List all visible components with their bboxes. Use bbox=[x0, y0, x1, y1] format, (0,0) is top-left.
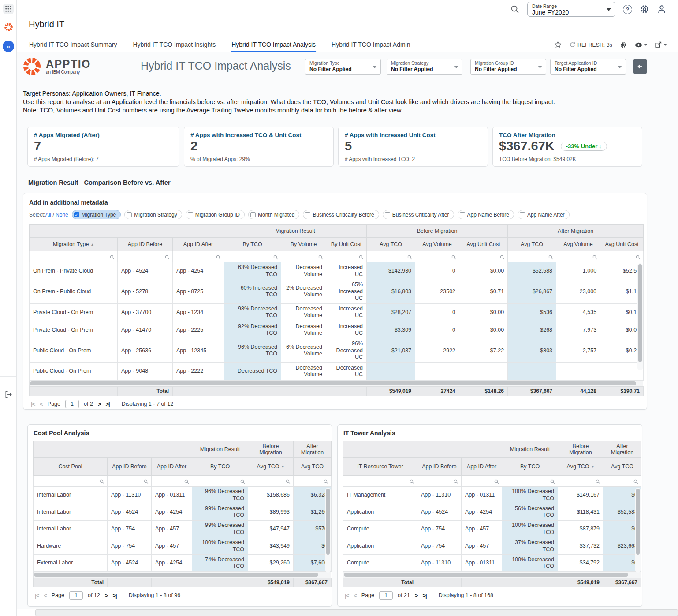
column-filter-input[interactable] bbox=[108, 476, 152, 487]
refresh-control[interactable]: REFRESH: 3s bbox=[569, 41, 612, 48]
horizontal-scrollbar[interactable] bbox=[343, 572, 641, 578]
logout-icon[interactable] bbox=[4, 390, 12, 399]
page-input[interactable] bbox=[65, 400, 79, 408]
column-header[interactable]: Migration Type▲ bbox=[30, 238, 118, 251]
column-header[interactable]: Avg Unit Cost bbox=[459, 238, 508, 251]
column-header[interactable]: App ID After bbox=[152, 458, 192, 476]
sidebar-expand-button[interactable]: » bbox=[3, 41, 14, 52]
tab-summary[interactable]: Hybrid IT TCO Impact Summary bbox=[29, 38, 117, 52]
column-header[interactable]: App ID After bbox=[462, 458, 502, 476]
first-page-button[interactable]: |< bbox=[345, 592, 349, 599]
column-header[interactable]: Avg TCO▼ bbox=[248, 458, 294, 476]
export-menu[interactable] bbox=[655, 41, 667, 49]
column-filter-input[interactable] bbox=[462, 476, 502, 487]
column-header[interactable]: App ID Before bbox=[417, 458, 462, 476]
column-filter-input[interactable] bbox=[118, 251, 173, 262]
apptio-logo-icon[interactable] bbox=[4, 22, 14, 32]
column-header[interactable]: By TCO bbox=[502, 458, 558, 476]
last-page-button[interactable]: >| bbox=[112, 592, 116, 599]
column-header[interactable]: Cost Pool bbox=[34, 458, 108, 476]
tab-admin[interactable]: Hybrid IT TCO Impact Admin bbox=[331, 38, 410, 52]
first-page-button[interactable]: |< bbox=[35, 592, 39, 599]
column-header[interactable]: Avg TCO bbox=[294, 458, 332, 476]
column-filter-input[interactable] bbox=[558, 476, 603, 487]
search-icon[interactable] bbox=[510, 5, 520, 14]
column-header[interactable]: App ID After bbox=[173, 238, 224, 251]
filter-target-application-id[interactable]: Target Application ID No Filter Applied bbox=[550, 59, 626, 75]
first-page-button[interactable]: |< bbox=[31, 401, 35, 407]
metadata-option-checkbox[interactable]: Migration Group ID bbox=[186, 210, 245, 219]
column-filter-input[interactable] bbox=[30, 251, 118, 262]
favorite-star-icon[interactable] bbox=[554, 41, 562, 49]
metadata-option-checkbox[interactable]: Business Criticality After bbox=[383, 210, 454, 219]
column-header[interactable]: IT Resource Tower bbox=[343, 458, 417, 476]
metadata-option-checkbox[interactable]: Month Migrated bbox=[248, 210, 299, 219]
select-all-link[interactable]: All bbox=[45, 212, 51, 218]
scrollbar-thumb[interactable] bbox=[638, 264, 642, 362]
page-horizontal-scrollbar[interactable] bbox=[35, 609, 678, 616]
back-button[interactable] bbox=[633, 59, 647, 74]
column-filter-input[interactable] bbox=[248, 476, 294, 487]
column-filter-input[interactable] bbox=[343, 476, 417, 487]
column-filter-input[interactable] bbox=[34, 476, 108, 487]
scrollbar-thumb[interactable] bbox=[34, 573, 318, 577]
column-filter-input[interactable] bbox=[192, 476, 248, 487]
column-header[interactable]: By Volume bbox=[281, 238, 326, 251]
column-header[interactable]: Avg TCO bbox=[367, 238, 415, 251]
column-header[interactable]: Avg TCO bbox=[508, 238, 556, 251]
column-filter-input[interactable] bbox=[415, 251, 459, 262]
column-header[interactable]: By Unit Cost bbox=[326, 238, 367, 251]
column-header[interactable]: Avg Volume bbox=[415, 238, 459, 251]
scrollbar-thumb[interactable] bbox=[326, 489, 330, 555]
select-none-link[interactable]: None bbox=[56, 212, 68, 218]
tab-analysis[interactable]: Hybrid IT TCO Impact Analysis bbox=[231, 38, 316, 52]
prev-page-button[interactable]: < bbox=[40, 401, 43, 407]
horizontal-scrollbar[interactable] bbox=[29, 381, 643, 386]
app-launcher-button[interactable] bbox=[3, 4, 14, 14]
column-header[interactable]: Avg TCO bbox=[603, 458, 641, 476]
last-page-button[interactable]: >| bbox=[105, 401, 109, 407]
column-filter-input[interactable] bbox=[459, 251, 508, 262]
page-input[interactable] bbox=[379, 591, 393, 600]
column-filter-input[interactable] bbox=[152, 476, 192, 487]
column-header[interactable]: By TCO bbox=[192, 458, 248, 476]
vertical-scrollbar[interactable] bbox=[325, 488, 331, 573]
visibility-menu[interactable] bbox=[634, 42, 647, 48]
column-filter-input[interactable] bbox=[326, 251, 367, 262]
tab-insights[interactable]: Hybrid IT TCO Impact Insights bbox=[132, 38, 216, 52]
next-page-button[interactable]: > bbox=[98, 401, 101, 407]
column-filter-input[interactable] bbox=[173, 251, 224, 262]
prev-page-button[interactable]: < bbox=[354, 592, 357, 599]
filter-migration-strategy[interactable]: Migration Strategy No Filter Applied bbox=[387, 59, 462, 75]
column-filter-input[interactable] bbox=[294, 476, 332, 487]
prev-page-button[interactable]: < bbox=[44, 592, 47, 599]
help-icon[interactable]: ? bbox=[623, 5, 632, 14]
scrollbar-thumb[interactable] bbox=[636, 489, 640, 555]
next-page-button[interactable]: > bbox=[415, 592, 418, 599]
next-page-button[interactable]: > bbox=[105, 592, 108, 599]
scrollbar-thumb[interactable] bbox=[344, 573, 628, 577]
column-filter-input[interactable] bbox=[508, 251, 556, 262]
metadata-option-checkbox[interactable]: Business Criticality Before bbox=[303, 210, 379, 219]
toolbar-gear-icon[interactable] bbox=[620, 41, 627, 49]
column-filter-input[interactable] bbox=[603, 476, 641, 487]
settings-gear-icon[interactable] bbox=[640, 4, 649, 14]
metadata-option-checkbox[interactable]: ✓Migration Type bbox=[72, 210, 121, 219]
column-filter-input[interactable] bbox=[367, 251, 415, 262]
column-header[interactable]: Avg TCO▼ bbox=[558, 458, 603, 476]
column-filter-input[interactable] bbox=[600, 251, 644, 262]
column-header[interactable]: Avg Volume bbox=[556, 238, 600, 251]
filter-migration-type[interactable]: Migration Type No Filter Applied bbox=[305, 59, 381, 75]
scrollbar-thumb[interactable] bbox=[30, 381, 636, 385]
user-profile-icon[interactable] bbox=[657, 4, 667, 14]
metadata-option-checkbox[interactable]: Migration Strategy bbox=[124, 210, 182, 219]
column-header[interactable]: App ID Before bbox=[118, 238, 173, 251]
column-filter-input[interactable] bbox=[556, 251, 600, 262]
page-input[interactable] bbox=[69, 591, 83, 600]
vertical-scrollbar[interactable] bbox=[637, 263, 643, 370]
column-header[interactable]: Avg Unit Cost bbox=[600, 238, 644, 251]
metadata-option-checkbox[interactable]: App Name After bbox=[518, 210, 570, 219]
column-header[interactable]: By TCO bbox=[224, 238, 281, 251]
column-filter-input[interactable] bbox=[224, 251, 281, 262]
vertical-scrollbar[interactable] bbox=[635, 488, 641, 573]
